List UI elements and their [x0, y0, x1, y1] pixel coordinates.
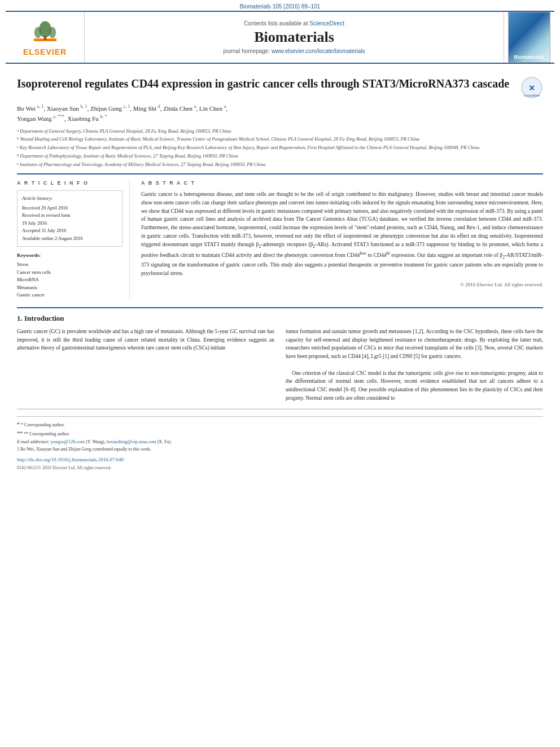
keyword-microrna: MicroRNA: [17, 276, 123, 284]
affil-text-a: Department of General Surgery, Chinese P…: [20, 128, 231, 135]
main-content: Isoproterenol regulates CD44 expression …: [6, 64, 554, 478]
affiliation-d: d Department of Pathophysiology, Institu…: [17, 152, 543, 160]
article-info-label: A R T I C L E I N F O: [17, 180, 123, 186]
article-info-column: A R T I C L E I N F O Article history: R…: [17, 180, 130, 299]
journal-title: Biomaterials: [254, 29, 334, 46]
abstract-text: Gastric cancer is a heterogeneous diseas…: [141, 190, 543, 277]
footnote-equal-contribution: 1 Bo Wei, Xiaoyan Sun and Zhijun Geng co…: [17, 446, 543, 453]
accepted-date: Accepted 31 July 2016: [22, 227, 117, 235]
keyword-gastric-cancer: Gastric cancer: [17, 291, 123, 299]
doi-link[interactable]: http://dx.doi.org/10.1016/j.biomaterials…: [17, 456, 543, 464]
section-number: 1.: [17, 314, 23, 322]
contents-text: Contents lists available at: [244, 20, 308, 27]
keyword-metastasis: Metastasis: [17, 284, 123, 292]
affil-sup-c: c: [17, 144, 19, 151]
svg-point-3: [49, 27, 56, 38]
email1-note: (Y. Wang),: [86, 439, 105, 444]
history-title: Article history:: [22, 194, 117, 202]
header-center: Contents lists available at ScienceDirec…: [85, 12, 504, 63]
revised-date: 19 July 2016: [22, 220, 117, 228]
svg-text:✕: ✕: [528, 84, 535, 93]
affiliation-e: e Institutes of Pharmacology and Toxicol…: [17, 161, 543, 168]
revised-label: Received in revised form: [22, 212, 117, 220]
corresponding-author-double: ** ** Corresponding author.: [17, 429, 543, 438]
elsevier-logo: ELSEVIER: [23, 18, 67, 56]
svg-rect-4: [44, 36, 46, 40]
section-title: 1. Introduction: [17, 314, 543, 323]
affiliation-c: c Key Research Laboratory of Tissue Repa…: [17, 144, 543, 151]
email-line: E-mail addresses: yongw@126.com (Y. Wang…: [17, 438, 543, 446]
keywords-title: Keywords:: [17, 251, 123, 259]
contents-line: Contents lists available at ScienceDirec…: [244, 20, 344, 27]
keywords-section: Keywords: Stress Cancer stem cells Micro…: [17, 251, 123, 299]
homepage-label: journal homepage:: [223, 48, 270, 54]
affil-sup-b: b: [17, 136, 19, 143]
header-section: ELSEVIER Contents lists available at Sci…: [6, 11, 554, 64]
crossmark-icon[interactable]: ✕ CrossMark: [520, 76, 543, 99]
journal-cover-image: Biomaterials: [508, 12, 550, 63]
introduction-section: 1. Introduction Gastric cancer (GC) is p…: [17, 307, 543, 402]
copyright-text: © 2016 Elsevier Ltd. All rights reserved…: [141, 282, 543, 287]
journal-reference-text: Biomaterials 105 (2016) 89–101: [240, 3, 320, 10]
affiliations-section: a Department of General Surgery, Chinese…: [17, 128, 543, 168]
email2[interactable]: fuxiaobing@vip.sina.com: [107, 439, 156, 444]
online-date: Available online 2 August 2016: [22, 235, 117, 243]
elsevier-wordmark: ELSEVIER: [23, 47, 67, 56]
corresponding-author-single: * * Corresponding author.: [17, 420, 543, 429]
affil-text-d: Department of Pathophysiology, Institute…: [20, 152, 238, 160]
page-container: Biomaterials 105 (2016) 89–101 ELSEVIER …: [0, 0, 560, 478]
keyword-using: using: [515, 208, 527, 214]
email1[interactable]: yongw@126.com: [51, 439, 85, 444]
article-title: Isoproterenol regulates CD44 expression …: [17, 76, 515, 91]
affil-sup-a: a: [17, 128, 19, 135]
affil-text-c: Key Research Laboratory of Tissue Repair…: [20, 144, 479, 151]
keyword-cancer-stem-cells: Cancer stem cells: [17, 269, 123, 277]
homepage-url[interactable]: www.elsevier.com/locate/biomaterials: [272, 48, 365, 54]
introduction-right-col: tumor formation and sustain tumor growth…: [286, 327, 543, 402]
abstract-label: A B S T R A C T: [141, 180, 543, 186]
abstract-column: A B S T R A C T Gastric cancer is a hete…: [141, 180, 543, 299]
section-name: Introduction: [24, 314, 64, 322]
affiliation-b: b Wound Healing and Cell Biology Laborat…: [17, 136, 543, 143]
footer-section: * * Corresponding author. ** ** Correspo…: [17, 409, 543, 472]
svg-point-2: [34, 27, 41, 38]
introduction-body: Gastric cancer (GC) is prevalent worldwi…: [17, 327, 543, 402]
affiliation-a: a Department of General Surgery, Chinese…: [17, 128, 543, 135]
elsevier-logo-section: ELSEVIER: [6, 12, 85, 63]
article-title-section: Isoproterenol regulates CD44 expression …: [17, 76, 543, 99]
article-history-box: Article history: Received 20 April 2016 …: [17, 190, 123, 246]
homepage-line: journal homepage: www.elsevier.com/locat…: [223, 48, 365, 54]
journal-cover-section: Biomaterials: [504, 12, 554, 63]
affil-text-b: Wound Healing and Cell Biology Laborator…: [20, 136, 419, 143]
affil-sup-e: e: [17, 161, 19, 168]
received-date: Received 20 April 2016: [22, 204, 117, 212]
cover-label: Biomaterials: [514, 54, 544, 60]
journal-reference-bar: Biomaterials 105 (2016) 89–101: [0, 0, 560, 11]
article-info-abstract-section: A R T I C L E I N F O Article history: R…: [17, 173, 543, 299]
svg-text:CrossMark: CrossMark: [523, 94, 540, 97]
authors-section: Bo Wei a, 1, Xiaoyan Sun b, 1, Zhijun Ge…: [17, 103, 543, 124]
sciencedirect-link[interactable]: ScienceDirect: [309, 20, 344, 27]
footer-divider: [17, 416, 543, 417]
affil-sup-d: d: [17, 152, 19, 160]
elsevier-tree-icon: [28, 18, 62, 46]
email-label: E-mail addresses:: [17, 439, 50, 444]
keyword-stress: Stress: [17, 261, 123, 269]
issn-line: 0142-9612/© 2016 Elsevier Ltd. All right…: [17, 465, 543, 472]
email2-note: (X. Fu).: [158, 439, 172, 444]
affil-text-e: Institutes of Pharmacology and Toxicolog…: [20, 161, 266, 168]
introduction-left-col: Gastric cancer (GC) is prevalent worldwi…: [17, 327, 274, 402]
